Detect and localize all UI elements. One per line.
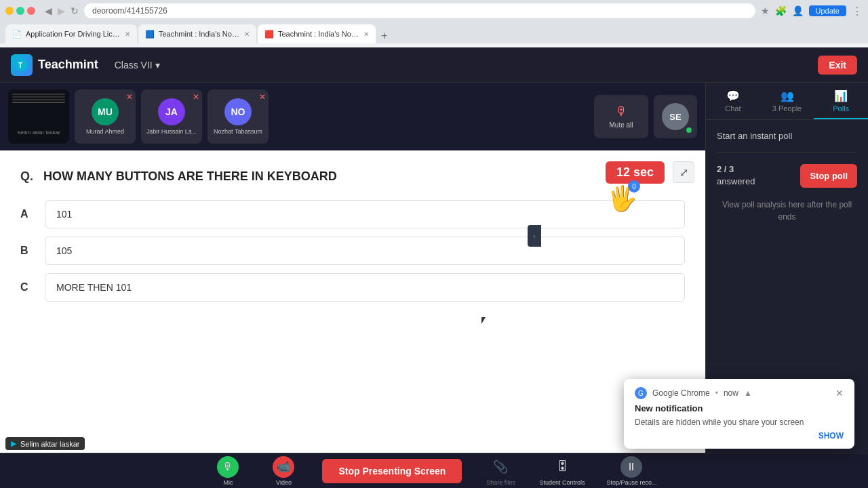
online-indicator	[686, 127, 692, 133]
stop-presenting-button[interactable]: Stop Presenting Screen	[322, 459, 462, 483]
expand-button[interactable]: ⤢	[673, 161, 694, 183]
collapse-panel-button[interactable]: ›	[528, 225, 541, 247]
mute-all-label: Mute all	[609, 121, 633, 129]
start-instant-poll-link[interactable]: Start an instant poll	[717, 131, 857, 141]
tab-polls-label: Polls	[833, 104, 849, 113]
tab-teachmint-active[interactable]: 🟥 Teachmint : India's No.1 Onl ... ✕	[258, 24, 376, 43]
tab-label: Application For Driving Licence	[26, 30, 121, 38]
forward-icon[interactable]: ▶	[58, 5, 65, 16]
participant-avatar-ja: JA	[158, 98, 185, 125]
video-label: Video	[276, 479, 292, 486]
top-bar: T Teachmint Class VII ▾ Exit	[0, 47, 868, 83]
question-prefix: Q.	[20, 169, 33, 183]
screen-share-tile[interactable]: Selim aktar laskar	[8, 89, 69, 144]
stop-poll-button[interactable]: Stop poll	[800, 164, 857, 188]
answered-count: 2 / 3 answered	[717, 163, 755, 188]
tab-chat-label: Chat	[725, 104, 741, 113]
share-files-icon: 📎	[490, 456, 511, 478]
tab-close-icon[interactable]: ✕	[363, 30, 369, 38]
option-letter-a: A	[20, 208, 34, 220]
mic-icon: 🎙	[217, 456, 239, 478]
maximize-button[interactable]	[16, 7, 24, 15]
notification-popup: G Google Chrome • now ▲ ✕ New notificati…	[624, 379, 854, 449]
participant-tile-no[interactable]: ✕ NO Nozhat Tabassum	[208, 89, 269, 144]
student-controls-button[interactable]: 🎛 Student Controls	[539, 456, 585, 486]
se-avatar-tile: SE	[654, 95, 697, 138]
video-button[interactable]: 📹 Video	[267, 456, 300, 486]
option-letter-c: C	[20, 281, 34, 293]
menu-icon[interactable]: ⋮	[852, 5, 863, 18]
tab-close-icon[interactable]: ✕	[125, 30, 130, 38]
logo-area: T Teachmint	[11, 54, 98, 76]
chevron-down-icon: ▾	[155, 60, 160, 70]
hand-raise-emoji: 🖐	[607, 184, 637, 213]
notification-body: Details are hidden while you share your …	[635, 418, 844, 427]
participant-name-mu: Murad Ahmed	[85, 128, 125, 135]
bookmark-icon[interactable]: ★	[761, 5, 770, 16]
class-selector[interactable]: Class VII ▾	[109, 57, 165, 73]
notification-app: Google Chrome	[652, 388, 710, 398]
participant-name-no: Nozhat Tabassum	[212, 128, 264, 135]
participant-tile-ja[interactable]: ✕ JA Jabir Hussain La...	[141, 89, 202, 144]
polls-icon: 📊	[834, 89, 848, 102]
tab-polls[interactable]: 📊 Polls	[814, 83, 868, 119]
notification-title: New notification	[635, 403, 844, 413]
mute-all-button[interactable]: 🎙 Mute all	[594, 95, 648, 138]
option-row-c: C MORE THEN 101	[20, 273, 685, 302]
option-box-a: 101	[45, 200, 685, 228]
notification-source: G Google Chrome • now ▲	[635, 387, 752, 399]
back-icon[interactable]: ◀	[45, 5, 52, 16]
participant-remove-icon[interactable]: ✕	[193, 92, 199, 102]
notification-close-icon[interactable]: ✕	[835, 388, 844, 399]
participant-tile-mu[interactable]: ✕ MU Murad Ahmed	[75, 89, 136, 144]
class-name: Class VII	[115, 60, 153, 70]
tab-driving-licence[interactable]: 📄 Application For Driving Licence ✕	[5, 24, 137, 43]
muted-mic-icon: 🎙	[615, 104, 627, 119]
student-controls-icon: 🎛	[551, 456, 573, 478]
mic-button[interactable]: 🎙 Mic	[211, 456, 245, 486]
new-tab-button[interactable]: +	[377, 28, 391, 43]
participant-remove-icon[interactable]: ✕	[259, 92, 266, 102]
participants-strip: Selim aktar laskar ✕ MU Murad Ahmed ✕ JA…	[0, 83, 705, 150]
profile-icon[interactable]: 👤	[792, 5, 804, 16]
tab-favicon: 🟦	[145, 30, 155, 39]
participant-avatar-mu: MU	[92, 98, 119, 125]
share-files-label: Share files	[486, 479, 515, 486]
view-analysis-text: View poll analysis here after the poll e…	[717, 199, 857, 223]
url-bar[interactable]: deoroom/414155726	[84, 3, 755, 18]
exit-button[interactable]: Exit	[818, 56, 857, 75]
tab-favicon: 📄	[12, 30, 22, 39]
minimize-button[interactable]	[5, 7, 14, 15]
mic-label: Mic	[223, 479, 233, 486]
reload-icon[interactable]: ↻	[71, 5, 79, 16]
stop-pause-icon: ⏸	[620, 456, 642, 478]
close-button[interactable]	[27, 7, 35, 15]
tab-chat[interactable]: 💬 Chat	[706, 83, 760, 119]
question-content: HOW MANY BUTTONS ARE THERE IN KEYBOARD	[43, 169, 337, 183]
tab-favicon: 🟥	[264, 30, 274, 39]
share-files-button[interactable]: 📎 Share files	[484, 456, 517, 486]
tab-teachmint-1[interactable]: 🟦 Teachmint : India's No.1 Online ... ✕	[138, 24, 256, 43]
notification-caret-icon: ▲	[744, 388, 752, 398]
participant-name-ja: Jabir Hussain La...	[145, 128, 199, 135]
update-button[interactable]: Update	[809, 5, 846, 16]
answered-row: 2 / 3 answered Stop poll	[717, 163, 857, 188]
chat-icon: 💬	[726, 89, 740, 102]
bottom-user-label: ▶ Selim aktar laskar	[5, 437, 85, 450]
logo-icon: T	[11, 54, 33, 76]
tab-close-icon[interactable]: ✕	[244, 30, 250, 38]
people-icon: 👥	[781, 89, 794, 102]
notification-show-button[interactable]: SHOW	[818, 431, 844, 441]
tab-people[interactable]: 👥 3 People	[760, 83, 814, 119]
options-list: A 101 B 105 C MORE THEN 101	[20, 200, 685, 302]
participant-remove-icon[interactable]: ✕	[126, 92, 133, 102]
extension-icon[interactable]: 🧩	[775, 5, 787, 16]
tab-label: Teachmint : India's No.1 Online ...	[159, 30, 240, 38]
option-box-c: MORE THEN 101	[45, 273, 685, 302]
url-text: deoroom/414155726	[92, 6, 167, 16]
panel-divider	[717, 152, 857, 152]
option-row-b: B 105	[20, 237, 685, 265]
stop-pause-button[interactable]: ⏸ Stop/Pause reco...	[606, 456, 656, 486]
notification-dot: •	[715, 388, 718, 398]
stop-pause-label: Stop/Pause reco...	[606, 479, 656, 486]
